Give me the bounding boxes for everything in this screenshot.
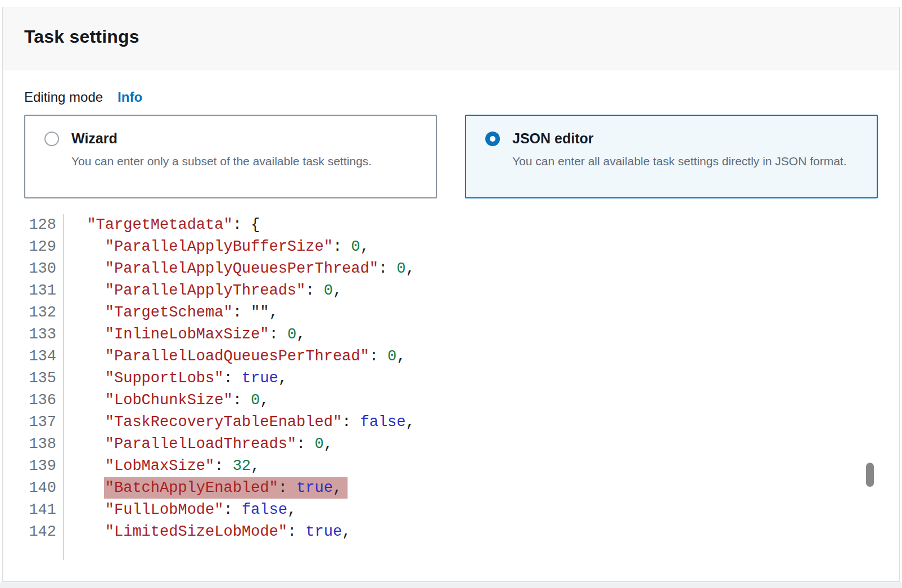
page-title: Task settings [24,26,899,47]
panel-header: Task settings [3,7,899,70]
scrollbar-thumb[interactable] [866,463,874,487]
option-tile-json-editor[interactable]: JSON editor You can enter all available … [465,115,878,198]
option-description-wizard: You can enter only a subset of the avail… [71,152,422,170]
code-line: 136 "LobChunkSize": 0, [24,390,878,411]
line-number: 140 [24,477,64,499]
line-number: 132 [24,302,64,324]
radio-wizard[interactable] [44,132,59,146]
line-number: 139 [24,455,64,477]
line-number: 129 [24,236,64,258]
code-line: 139 "LobMaxSize": 32, [24,455,878,477]
editing-mode-options: Wizard You can enter only a subset of th… [24,115,878,198]
option-tile-wizard[interactable]: Wizard You can enter only a subset of th… [24,115,437,198]
code-line-tail [24,543,878,560]
code-line: 137 "TaskRecoveryTableEnabled": false, [24,411,878,433]
highlighted-token: "BatchApplyEnabled": true, [104,477,348,499]
line-number: 134 [24,346,64,368]
line-number: 130 [24,258,64,280]
code-line: 128 "TargetMetadata": { [24,214,878,236]
option-label-wizard: Wizard [71,130,118,147]
code-line: 142 "LimitedSizeLobMode": true, [24,521,878,543]
code-line: 129 "ParallelApplyBufferSize": 0, [24,236,878,258]
radio-json-editor[interactable] [485,132,500,146]
line-number: 135 [24,368,64,390]
editing-mode-row: Editing mode Info [24,89,878,105]
code-line: 130 "ParallelApplyQueuesPerThread": 0, [24,258,878,280]
info-link[interactable]: Info [118,89,142,105]
option-label-json-editor: JSON editor [512,130,593,147]
line-number: 142 [24,521,64,543]
code-line: 138 "ParallelLoadThreads": 0, [24,433,878,455]
code-line: 140 "BatchApplyEnabled": true, [24,477,878,499]
line-number: 141 [24,499,64,521]
line-number: 128 [24,214,64,236]
option-description-json-editor: You can enter all available task setting… [512,152,863,170]
code-line: 135 "SupportLobs": true, [24,368,878,390]
line-number: 137 [24,411,64,433]
code-line: 141 "FullLobMode": false, [24,499,878,521]
line-number: 138 [24,433,64,455]
page-footer-strip [0,582,902,588]
line-number: 131 [24,280,64,302]
line-number: 133 [24,324,64,346]
task-settings-panel: Task settings Editing mode Info Wizard Y… [2,7,900,582]
code-line: 133 "InlineLobMaxSize": 0, [24,324,878,346]
code-line: 134 "ParallelLoadQueuesPerThread": 0, [24,346,878,368]
editing-mode-label: Editing mode [24,89,103,105]
code-line: 132 "TargetSchema": "", [24,302,878,324]
panel-body: Editing mode Info Wizard You can enter o… [3,70,899,560]
code-line: 131 "ParallelApplyThreads": 0, [24,280,878,302]
json-editor[interactable]: 128 "TargetMetadata": {129 "ParallelAppl… [24,214,878,560]
line-number: 136 [24,390,64,411]
